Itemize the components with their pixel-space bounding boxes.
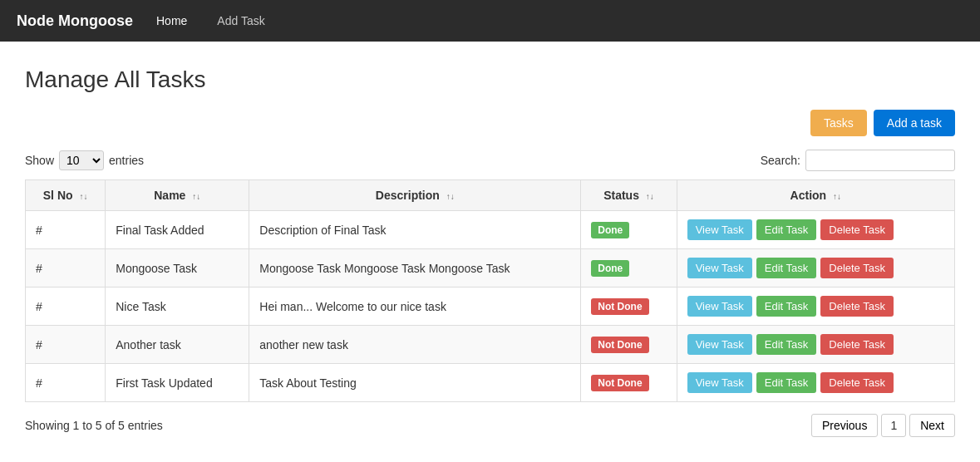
cell-action: View Task Edit Task Delete Task — [677, 364, 954, 402]
navbar-brand[interactable]: Node Mongoose — [17, 12, 133, 30]
cell-name: Nice Task — [106, 288, 249, 326]
table-row: # Another task another new task Not Done… — [26, 326, 955, 364]
cell-name: Final Task Added — [106, 211, 249, 249]
action-buttons: View Task Edit Task Delete Task — [687, 296, 944, 317]
view-task-button[interactable]: View Task — [687, 219, 752, 240]
cell-action: View Task Edit Task Delete Task — [677, 288, 954, 326]
action-buttons: View Task Edit Task Delete Task — [687, 258, 944, 278]
main-content: Manage All Tasks Tasks Add a task Show 1… — [0, 42, 980, 454]
cell-slno: # — [26, 288, 106, 326]
tasks-button[interactable]: Tasks — [810, 110, 867, 136]
cell-description: Task About Testing — [249, 364, 581, 402]
cell-description: Hei man... Welcome to our nice task — [249, 288, 581, 326]
cell-name: Mongoose Task — [106, 249, 249, 288]
toolbar: Tasks Add a task — [25, 110, 955, 136]
table-row: # Nice Task Hei man... Welcome to our ni… — [26, 288, 955, 326]
nav-add-task[interactable]: Add Task — [210, 10, 271, 32]
status-badge: Not Done — [591, 298, 648, 315]
status-badge: Done — [591, 260, 629, 277]
pagination: Previous 1 Next — [811, 414, 955, 437]
cell-name: Another task — [106, 326, 249, 364]
table-row: # Mongoose Task Mongoose Task Mongoose T… — [26, 249, 955, 288]
col-status[interactable]: Status ↑↓ — [581, 180, 677, 211]
delete-task-button[interactable]: Delete Task — [820, 334, 894, 355]
status-badge: Done — [591, 222, 629, 238]
action-buttons: View Task Edit Task Delete Task — [687, 219, 944, 240]
col-name[interactable]: Name ↑↓ — [106, 180, 249, 211]
edit-task-button[interactable]: Edit Task — [756, 296, 817, 317]
table-header-row: Sl No ↑↓ Name ↑↓ Description ↑↓ Status ↑… — [26, 180, 955, 211]
view-task-button[interactable]: View Task — [687, 372, 752, 393]
edit-task-button[interactable]: Edit Task — [756, 372, 817, 393]
controls-row: Show 10 25 50 100 entries Search: — [25, 150, 955, 171]
cell-action: View Task Edit Task Delete Task — [677, 249, 954, 288]
showing-text: Showing 1 to 5 of 5 entries — [25, 419, 163, 432]
sort-icon-description: ↑↓ — [446, 192, 455, 201]
delete-task-button[interactable]: Delete Task — [820, 219, 894, 240]
delete-task-button[interactable]: Delete Task — [820, 296, 894, 317]
show-entries: Show 10 25 50 100 entries — [25, 150, 144, 170]
edit-task-button[interactable]: Edit Task — [756, 258, 817, 278]
cell-status: Not Done — [581, 364, 677, 402]
cell-slno: # — [26, 249, 106, 288]
status-badge: Not Done — [591, 375, 648, 391]
action-buttons: View Task Edit Task Delete Task — [687, 372, 944, 393]
cell-status: Not Done — [581, 288, 677, 326]
status-badge: Not Done — [591, 337, 648, 353]
view-task-button[interactable]: View Task — [687, 296, 752, 317]
cell-description: another new task — [249, 326, 581, 364]
prev-button[interactable]: Previous — [811, 414, 878, 437]
nav-home[interactable]: Home — [150, 10, 194, 32]
cell-status: Done — [581, 249, 677, 288]
sort-icon-action: ↑↓ — [833, 192, 841, 201]
col-description[interactable]: Description ↑↓ — [249, 180, 581, 211]
cell-description: Mongoose Task Mongoose Task Mongoose Tas… — [249, 249, 581, 288]
current-page: 1 — [881, 414, 906, 437]
col-slno[interactable]: Sl No ↑↓ — [26, 180, 106, 211]
table-footer: Showing 1 to 5 of 5 entries Previous 1 N… — [25, 414, 955, 437]
add-task-button[interactable]: Add a task — [874, 110, 955, 136]
col-action[interactable]: Action ↑↓ — [677, 180, 954, 211]
edit-task-button[interactable]: Edit Task — [756, 219, 817, 240]
view-task-button[interactable]: View Task — [687, 334, 752, 355]
cell-status: Not Done — [581, 326, 677, 364]
navbar: Node Mongoose Home Add Task — [0, 0, 980, 42]
table-row: # Final Task Added Description of Final … — [26, 211, 955, 249]
entries-select[interactable]: 10 25 50 100 — [59, 150, 104, 170]
next-button[interactable]: Next — [909, 414, 955, 437]
delete-task-button[interactable]: Delete Task — [820, 372, 894, 393]
cell-action: View Task Edit Task Delete Task — [677, 326, 954, 364]
sort-icon-name: ↑↓ — [192, 192, 200, 201]
cell-slno: # — [26, 364, 106, 402]
sort-icon-status: ↑↓ — [646, 192, 654, 201]
search-label: Search: — [761, 154, 800, 167]
page-title: Manage All Tasks — [25, 66, 955, 93]
cell-slno: # — [26, 211, 106, 249]
tasks-table: Sl No ↑↓ Name ↑↓ Description ↑↓ Status ↑… — [25, 179, 955, 402]
view-task-button[interactable]: View Task — [687, 258, 752, 278]
cell-name: First Task Updated — [106, 364, 249, 402]
cell-slno: # — [26, 326, 106, 364]
action-buttons: View Task Edit Task Delete Task — [687, 334, 944, 355]
table-row: # First Task Updated Task About Testing … — [26, 364, 955, 402]
cell-action: View Task Edit Task Delete Task — [677, 211, 954, 249]
cell-status: Done — [581, 211, 677, 249]
search-box: Search: — [761, 150, 955, 171]
edit-task-button[interactable]: Edit Task — [756, 334, 817, 355]
show-label: Show — [25, 154, 54, 167]
delete-task-button[interactable]: Delete Task — [820, 258, 894, 278]
entries-label: entries — [109, 154, 144, 167]
sort-icon-slno: ↑↓ — [79, 192, 87, 201]
search-input[interactable] — [805, 150, 955, 171]
cell-description: Description of Final Task — [249, 211, 581, 249]
